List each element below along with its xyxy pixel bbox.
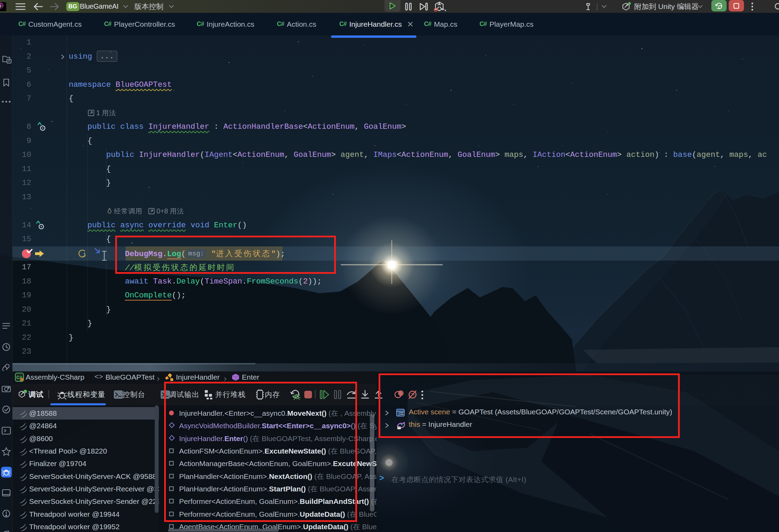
svg-text:D: D bbox=[0, 5, 1, 8]
